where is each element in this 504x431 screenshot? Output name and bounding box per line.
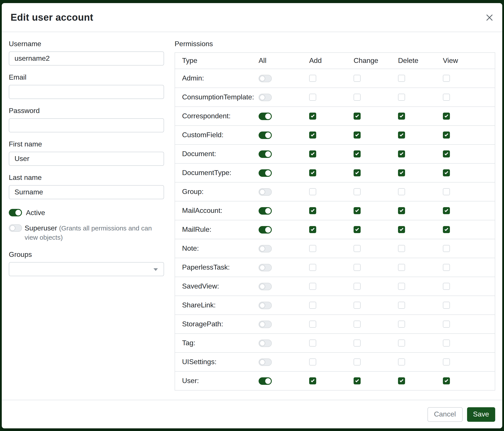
perm-checkbox-add[interactable] <box>309 169 316 176</box>
perm-checkbox-change[interactable] <box>354 340 361 347</box>
perm-toggle-all[interactable] <box>259 283 272 290</box>
perm-checkbox-add[interactable] <box>309 207 316 214</box>
perm-checkbox-add[interactable] <box>309 132 316 139</box>
perm-checkbox-view[interactable] <box>443 321 450 328</box>
perm-checkbox-delete[interactable] <box>398 132 405 139</box>
perm-checkbox-change[interactable] <box>354 169 361 176</box>
perm-checkbox-add[interactable] <box>309 75 316 82</box>
save-button[interactable]: Save <box>467 407 495 422</box>
perm-checkbox-add[interactable] <box>309 113 316 120</box>
perm-checkbox-view[interactable] <box>443 377 450 384</box>
perm-toggle-all[interactable] <box>259 169 272 177</box>
perm-toggle-all[interactable] <box>259 131 272 139</box>
perm-toggle-all[interactable] <box>259 93 272 101</box>
perm-checkbox-change[interactable] <box>354 150 361 157</box>
perm-checkbox-view[interactable] <box>443 207 450 214</box>
perm-checkbox-view[interactable] <box>443 75 450 82</box>
perm-checkbox-add[interactable] <box>309 377 316 384</box>
active-toggle[interactable] <box>9 209 22 216</box>
perm-toggle-all[interactable] <box>259 339 272 347</box>
perm-checkbox-delete[interactable] <box>398 169 405 176</box>
perm-checkbox-delete[interactable] <box>398 75 405 82</box>
perm-toggle-all[interactable] <box>259 377 272 385</box>
last-name-input[interactable] <box>9 185 164 199</box>
perm-cell-delete <box>398 188 443 195</box>
perm-checkbox-change[interactable] <box>354 283 361 290</box>
perm-checkbox-view[interactable] <box>443 302 450 309</box>
perm-toggle-all[interactable] <box>259 320 272 328</box>
perm-checkbox-add[interactable] <box>309 245 316 252</box>
perm-checkbox-delete[interactable] <box>398 377 405 384</box>
perm-checkbox-add[interactable] <box>309 283 316 290</box>
perm-checkbox-delete[interactable] <box>398 207 405 214</box>
perm-checkbox-add[interactable] <box>309 359 316 366</box>
perm-checkbox-delete[interactable] <box>398 340 405 347</box>
perm-toggle-all[interactable] <box>259 301 272 309</box>
perm-toggle-all[interactable] <box>259 150 272 158</box>
perm-checkbox-add[interactable] <box>309 264 316 271</box>
first-name-input[interactable] <box>9 152 164 166</box>
perm-checkbox-delete[interactable] <box>398 302 405 309</box>
perm-checkbox-view[interactable] <box>443 359 450 366</box>
perm-checkbox-add[interactable] <box>309 321 316 328</box>
perm-checkbox-change[interactable] <box>354 94 361 101</box>
perm-checkbox-change[interactable] <box>354 113 361 120</box>
perm-checkbox-delete[interactable] <box>398 283 405 290</box>
perm-checkbox-change[interactable] <box>354 245 361 252</box>
superuser-toggle[interactable] <box>9 224 22 232</box>
groups-select[interactable] <box>9 262 164 276</box>
perm-cell-add <box>309 283 354 290</box>
perm-checkbox-delete[interactable] <box>398 359 405 366</box>
perm-checkbox-delete[interactable] <box>398 321 405 328</box>
perm-checkbox-view[interactable] <box>443 340 450 347</box>
perm-checkbox-change[interactable] <box>354 377 361 384</box>
perm-checkbox-view[interactable] <box>443 264 450 271</box>
cancel-button[interactable]: Cancel <box>427 407 462 422</box>
perm-checkbox-change[interactable] <box>354 132 361 139</box>
perm-type-label: Correspondent: <box>175 112 259 120</box>
perm-checkbox-view[interactable] <box>443 169 450 176</box>
perm-checkbox-add[interactable] <box>309 302 316 309</box>
perm-toggle-all[interactable] <box>259 74 272 82</box>
perm-toggle-all[interactable] <box>259 358 272 366</box>
perm-checkbox-view[interactable] <box>443 245 450 252</box>
perm-checkbox-add[interactable] <box>309 188 316 195</box>
perm-checkbox-add[interactable] <box>309 226 316 233</box>
perm-toggle-all[interactable] <box>259 188 272 196</box>
perm-checkbox-delete[interactable] <box>398 245 405 252</box>
perm-checkbox-delete[interactable] <box>398 226 405 233</box>
perm-checkbox-change[interactable] <box>354 264 361 271</box>
perm-checkbox-delete[interactable] <box>398 113 405 120</box>
perm-checkbox-change[interactable] <box>354 188 361 195</box>
perm-toggle-all[interactable] <box>259 112 272 120</box>
email-input[interactable] <box>9 85 164 99</box>
perm-checkbox-view[interactable] <box>443 132 450 139</box>
close-icon[interactable] <box>484 12 495 23</box>
perm-checkbox-view[interactable] <box>443 226 450 233</box>
perm-checkbox-delete[interactable] <box>398 94 405 101</box>
perm-toggle-all[interactable] <box>259 207 272 214</box>
perm-checkbox-delete[interactable] <box>398 264 405 271</box>
perm-checkbox-change[interactable] <box>354 226 361 233</box>
perm-toggle-all[interactable] <box>259 226 272 233</box>
perm-checkbox-change[interactable] <box>354 302 361 309</box>
perm-checkbox-change[interactable] <box>354 359 361 366</box>
perm-checkbox-change[interactable] <box>354 321 361 328</box>
perm-checkbox-add[interactable] <box>309 150 316 157</box>
perm-checkbox-view[interactable] <box>443 150 450 157</box>
perm-checkbox-view[interactable] <box>443 188 450 195</box>
perm-checkbox-change[interactable] <box>354 75 361 82</box>
perm-checkbox-view[interactable] <box>443 94 450 101</box>
perm-checkbox-view[interactable] <box>443 283 450 290</box>
perm-checkbox-delete[interactable] <box>398 150 405 157</box>
perm-checkbox-change[interactable] <box>354 207 361 214</box>
perm-checkbox-view[interactable] <box>443 113 450 120</box>
password-input[interactable] <box>9 118 164 132</box>
perm-checkbox-add[interactable] <box>309 340 316 347</box>
dialog-header: Edit user account <box>2 3 502 32</box>
perm-toggle-all[interactable] <box>259 245 272 252</box>
perm-checkbox-add[interactable] <box>309 94 316 101</box>
username-input[interactable] <box>9 52 164 65</box>
perm-checkbox-delete[interactable] <box>398 188 405 195</box>
perm-toggle-all[interactable] <box>259 264 272 271</box>
